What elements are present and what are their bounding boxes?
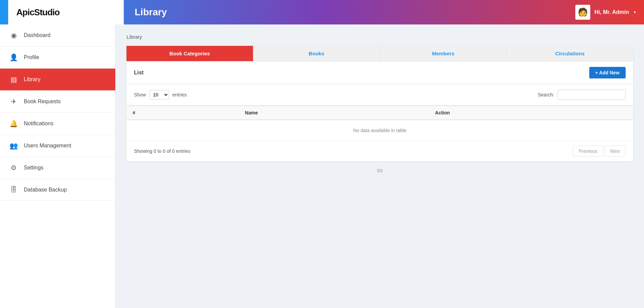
avatar: 🧑 xyxy=(575,5,590,20)
chevron-down-icon: ▾ xyxy=(634,10,636,15)
sidebar-item-label: Database Backup xyxy=(24,187,67,193)
no-data-row: No data available in table xyxy=(126,120,633,141)
pagination-buttons: Previous Next xyxy=(573,146,626,157)
sidebar-item-dashboard[interactable]: ◉ Dashboard xyxy=(0,24,115,47)
sidebar-item-label: Book Requests xyxy=(24,98,61,105)
user-menu[interactable]: 🧑 Hi, Mr. Admin ▾ xyxy=(575,5,636,20)
sidebar-item-label: Profile xyxy=(24,54,39,60)
dashboard-icon: ◉ xyxy=(10,31,18,39)
pagination: Showing 0 to 0 of 0 entries Previous Nex… xyxy=(126,141,633,161)
sidebar: ◉ Dashboard 👤 Profile ▤ Library ✈ Book R… xyxy=(0,24,116,308)
sidebar-item-settings[interactable]: ⚙ Settings xyxy=(0,157,115,179)
sidebar-item-label: Users Management xyxy=(24,143,71,149)
sidebar-item-label: Dashboard xyxy=(24,32,50,38)
add-new-button[interactable]: + Add New xyxy=(589,67,626,78)
database-icon: 🗄 xyxy=(10,186,18,194)
header: ApicStudio Library 🧑 Hi, Mr. Admin ▾ xyxy=(0,0,644,24)
show-label: Show xyxy=(134,92,146,97)
sidebar-item-label: Settings xyxy=(24,165,44,171)
layout: ◉ Dashboard 👤 Profile ▤ Library ✈ Book R… xyxy=(0,24,644,308)
main-content: Library Book Categories Books Members Ci… xyxy=(116,24,644,308)
col-number: # xyxy=(126,106,239,120)
next-button[interactable]: Next xyxy=(604,146,626,157)
table-controls: Show 10 25 50 100 entries Search: xyxy=(126,84,633,105)
tab-book-categories[interactable]: Book Categories xyxy=(126,46,253,61)
search-control: Search: xyxy=(538,90,626,100)
sidebar-item-label: Library xyxy=(24,76,40,83)
gear-icon: ⚙ xyxy=(10,164,18,172)
bell-icon: 🔔 xyxy=(10,120,18,128)
list-title: List xyxy=(134,70,143,76)
search-label: Search: xyxy=(538,92,554,97)
tab-circulations[interactable]: Circulations xyxy=(507,46,633,61)
data-table: # Name Action No data available in table xyxy=(126,105,633,141)
sidebar-item-notifications[interactable]: 🔔 Notifications xyxy=(0,113,115,135)
pagination-info: Showing 0 to 0 of 0 entries xyxy=(134,148,190,154)
sidebar-item-database-backup[interactable]: 🗄 Database Backup xyxy=(0,179,115,201)
sidebar-item-users-management[interactable]: 👥 Users Management xyxy=(0,135,115,157)
menu-icon: ▤ xyxy=(10,75,18,84)
previous-button[interactable]: Previous xyxy=(573,146,603,157)
breadcrumb: Library xyxy=(126,34,633,40)
table-header-row: # Name Action xyxy=(126,106,633,120)
tab-members[interactable]: Members xyxy=(380,46,507,61)
entries-label: entries xyxy=(172,92,187,97)
library-card: Book Categories Books Members Circulatio… xyxy=(126,46,633,161)
tab-books[interactable]: Books xyxy=(253,46,380,61)
sidebar-item-library[interactable]: ▤ Library xyxy=(0,69,115,91)
sidebar-item-label: Notifications xyxy=(24,121,53,127)
show-entries-control: Show 10 25 50 100 entries xyxy=(134,90,187,99)
search-input[interactable] xyxy=(558,90,626,100)
sidebar-item-book-requests[interactable]: ✈ Book Requests xyxy=(0,91,115,113)
logo-text: ApicStudio xyxy=(16,7,60,18)
no-data-message: No data available in table xyxy=(126,120,633,141)
list-header: List + Add New xyxy=(126,61,633,84)
header-title: Library xyxy=(124,7,575,18)
group-icon: 👥 xyxy=(10,142,18,150)
send-icon: ✈ xyxy=(10,97,18,106)
entries-select[interactable]: 10 25 50 100 xyxy=(149,90,169,99)
tab-bar: Book Categories Books Members Circulatio… xyxy=(126,46,633,61)
logo: ApicStudio xyxy=(8,0,124,24)
sidebar-item-profile[interactable]: 👤 Profile xyxy=(0,47,115,69)
col-action: Action xyxy=(429,106,633,120)
person-icon: 👤 xyxy=(10,53,18,61)
col-name: Name xyxy=(239,106,429,120)
footer-text: SS xyxy=(126,161,633,180)
username: Hi, Mr. Admin xyxy=(594,9,629,15)
